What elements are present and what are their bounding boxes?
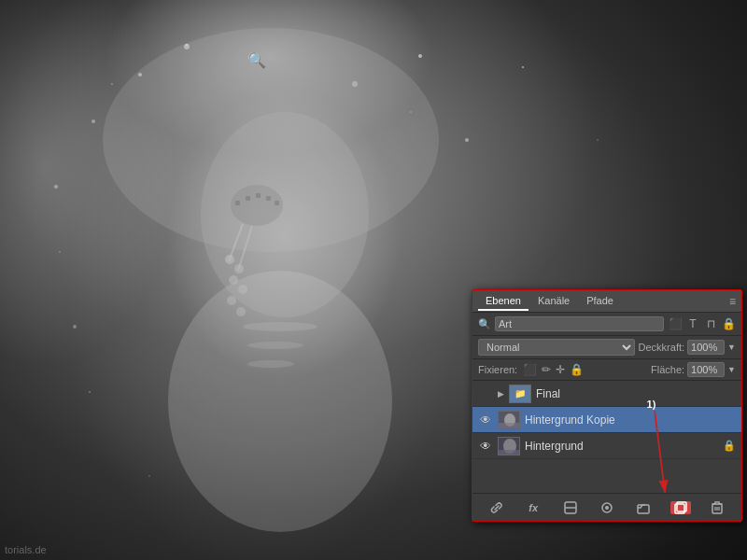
toolbar-fx-button[interactable]: fx xyxy=(523,502,543,513)
zoom-cursor: 🔍 xyxy=(247,51,266,69)
layer-lock-hintergrund: 🔒 xyxy=(723,440,736,452)
layer-name-final: Final xyxy=(536,387,736,400)
layer-item-hintergrund-kopie[interactable]: 👁 Hintergrund Kopie xyxy=(472,407,741,433)
opacity-group: Deckkraft: ▼ xyxy=(639,340,736,355)
toolbar-mask-button[interactable] xyxy=(597,501,617,514)
filter-type-select[interactable]: Art xyxy=(495,316,664,331)
svg-point-12 xyxy=(247,342,303,349)
svg-point-5 xyxy=(92,119,95,123)
filter-search-icon: 🔍 xyxy=(478,318,491,330)
tab-pfade[interactable]: Pfade xyxy=(579,292,621,311)
svg-rect-17 xyxy=(256,193,261,198)
fix-icons: ⬛ ✏ ✛ 🔒 xyxy=(523,363,584,376)
svg-rect-15 xyxy=(235,201,240,205)
svg-point-24 xyxy=(229,275,238,285)
eye-icon-hintergrund-kopie: 👁 xyxy=(480,413,491,427)
svg-rect-40 xyxy=(638,505,649,513)
layer-visibility-hintergrund[interactable]: 👁 xyxy=(478,439,493,454)
layer-thumbnail-hintergrund-kopie xyxy=(498,411,520,429)
svg-point-13 xyxy=(247,360,294,368)
tab-group: Ebenen Kanäle Pfade xyxy=(478,292,621,311)
blend-mode-select[interactable]: NormalAufhellenAbdunkelnMultiplizierenBi… xyxy=(478,339,635,356)
svg-rect-18 xyxy=(266,196,271,201)
layer-item-final[interactable]: ▶ 📁 Final xyxy=(472,381,741,407)
svg-rect-16 xyxy=(246,196,250,201)
layer-thumbnail-hintergrund xyxy=(498,437,520,455)
svg-point-25 xyxy=(238,285,247,294)
svg-point-2 xyxy=(168,271,392,532)
fill-group: Fläche: ▼ xyxy=(651,362,736,377)
toolbar-link-button[interactable] xyxy=(486,501,507,514)
svg-rect-19 xyxy=(275,201,279,205)
filter-text-icon[interactable]: T xyxy=(685,317,700,330)
svg-point-3 xyxy=(138,73,142,77)
tab-ebenen[interactable]: Ebenen xyxy=(478,292,529,311)
svg-rect-30 xyxy=(499,423,520,429)
opacity-label: Deckkraft: xyxy=(639,342,685,353)
layers-panel: Ebenen Kanäle Pfade ≡ 🔍 Art ⬛ T ⊓ 🔒 Norm… xyxy=(472,289,742,522)
svg-point-6 xyxy=(418,54,422,58)
fill-arrow: ▼ xyxy=(727,365,736,374)
svg-point-11 xyxy=(243,322,317,331)
fix-lock-icon[interactable]: 🔒 xyxy=(570,363,584,376)
svg-point-27 xyxy=(236,307,246,316)
svg-point-9 xyxy=(54,185,58,189)
layer-visibility-hintergrund-kopie[interactable]: 👁 xyxy=(478,413,493,427)
opacity-arrow: ▼ xyxy=(727,343,736,352)
svg-point-39 xyxy=(605,506,609,510)
filter-lock-icon[interactable]: 🔒 xyxy=(721,317,736,330)
panel-menu-button[interactable]: ≡ xyxy=(729,295,736,308)
layer-name-hintergrund: Hintergrund xyxy=(525,440,718,453)
filter-row: 🔍 Art ⬛ T ⊓ 🔒 xyxy=(472,313,741,336)
fix-brush-icon[interactable]: ✏ xyxy=(542,363,551,376)
svg-point-7 xyxy=(352,81,358,87)
filter-pixel-icon[interactable]: ⬛ xyxy=(668,317,683,330)
fix-pixel-icon[interactable]: ⬛ xyxy=(523,363,537,376)
svg-point-8 xyxy=(465,138,469,142)
layer-visibility-final[interactable] xyxy=(478,386,493,401)
svg-point-4 xyxy=(184,44,190,49)
fix-row: Fixieren: ⬛ ✏ ✛ 🔒 Fläche: ▼ xyxy=(472,359,741,381)
svg-point-10 xyxy=(73,325,77,329)
svg-point-22 xyxy=(225,255,234,264)
panel-toolbar: fx xyxy=(472,493,741,521)
toolbar-new-layer-button[interactable] xyxy=(670,501,691,514)
blend-mode-row: NormalAufhellenAbdunkelnMultiplizierenBi… xyxy=(472,336,741,359)
tab-kanaele[interactable]: Kanäle xyxy=(530,292,577,311)
toolbar-adjustment-button[interactable] xyxy=(560,501,581,514)
fix-label: Fixieren: xyxy=(478,364,517,375)
filter-shape-icon[interactable]: ⊓ xyxy=(703,317,718,330)
opacity-input[interactable] xyxy=(687,340,725,355)
layers-list: ▶ 📁 Final 👁 Hintergrund Kopie xyxy=(472,381,741,493)
svg-point-26 xyxy=(227,296,236,305)
fill-label: Fläche: xyxy=(651,364,684,375)
panel-tabs: Ebenen Kanäle Pfade ≡ xyxy=(472,290,741,313)
toolbar-group-button[interactable] xyxy=(633,501,654,514)
layer-thumbnail-final: 📁 xyxy=(509,385,531,403)
filter-icons-group: ⬛ T ⊓ 🔒 xyxy=(668,317,736,330)
layer-expand-final[interactable]: ▶ xyxy=(498,389,504,399)
layer-item-hintergrund[interactable]: 👁 Hintergrund 🔒 xyxy=(472,433,741,459)
svg-rect-33 xyxy=(499,450,520,455)
layer-name-hintergrund-kopie: Hintergrund Kopie xyxy=(525,413,736,427)
toolbar-delete-button[interactable] xyxy=(707,501,727,514)
svg-point-23 xyxy=(234,264,244,273)
eye-icon-hintergrund: 👁 xyxy=(480,440,491,453)
fix-move-icon[interactable]: ✛ xyxy=(556,363,565,376)
fill-input[interactable] xyxy=(687,362,725,377)
watermark: torials.de xyxy=(5,544,47,555)
